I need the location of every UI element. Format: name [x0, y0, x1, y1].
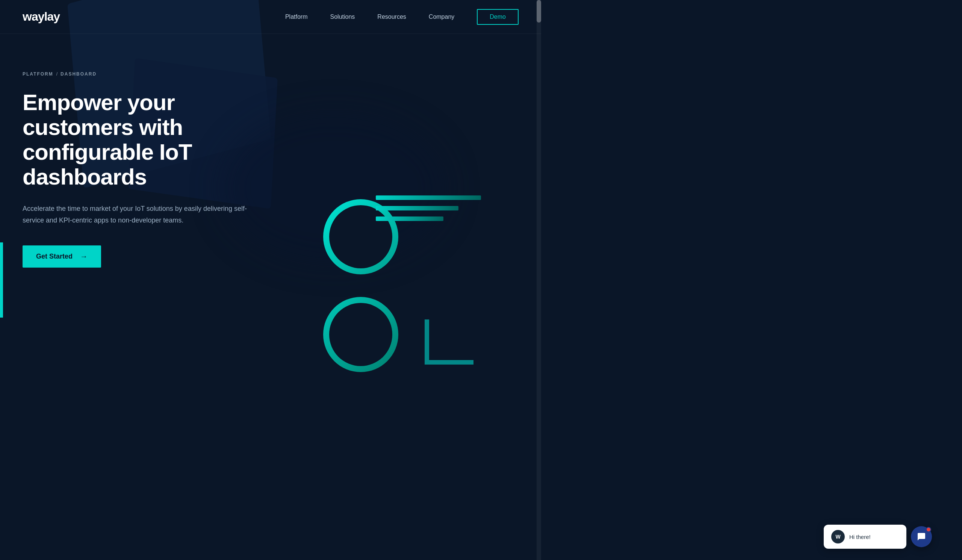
navbar: waylay Platform Solutions Resources Comp… — [0, 0, 541, 34]
deco-line-3 — [376, 216, 444, 221]
circle-bottom — [323, 297, 398, 372]
nav-links: Platform Solutions Resources Company Dem… — [285, 9, 518, 25]
content-right — [271, 56, 518, 530]
corner-bracket-decoration — [425, 320, 473, 365]
nav-link-resources[interactable]: Resources — [377, 13, 406, 20]
breadcrumb-separator: / — [56, 71, 58, 77]
scrollbar[interactable] — [537, 0, 541, 560]
breadcrumb: PLATFORM / DASHBOARD — [23, 71, 271, 77]
hero-title: Empower your customers with configurable… — [23, 90, 271, 189]
hero-description: Accelerate the time to market of your Io… — [23, 203, 248, 226]
demo-button[interactable]: Demo — [477, 9, 518, 25]
deco-line-2 — [376, 206, 458, 210]
nav-link-solutions[interactable]: Solutions — [330, 13, 355, 20]
arrow-icon: → — [80, 252, 87, 261]
get-started-button[interactable]: Get Started → — [23, 245, 101, 268]
content-left: PLATFORM / DASHBOARD Empower your custom… — [23, 56, 271, 530]
deco-line-1 — [376, 195, 481, 200]
decorative-circles — [301, 184, 489, 410]
nav-link-company[interactable]: Company — [429, 13, 454, 20]
breadcrumb-dashboard[interactable]: DASHBOARD — [60, 71, 97, 77]
lines-decoration — [376, 195, 481, 221]
brand-logo[interactable]: waylay — [23, 10, 60, 24]
breadcrumb-platform[interactable]: PLATFORM — [23, 71, 53, 77]
get-started-label: Get Started — [36, 253, 73, 260]
scrollbar-thumb[interactable] — [537, 0, 541, 23]
main-content: PLATFORM / DASHBOARD Empower your custom… — [0, 34, 541, 560]
nav-link-platform[interactable]: Platform — [285, 13, 308, 20]
